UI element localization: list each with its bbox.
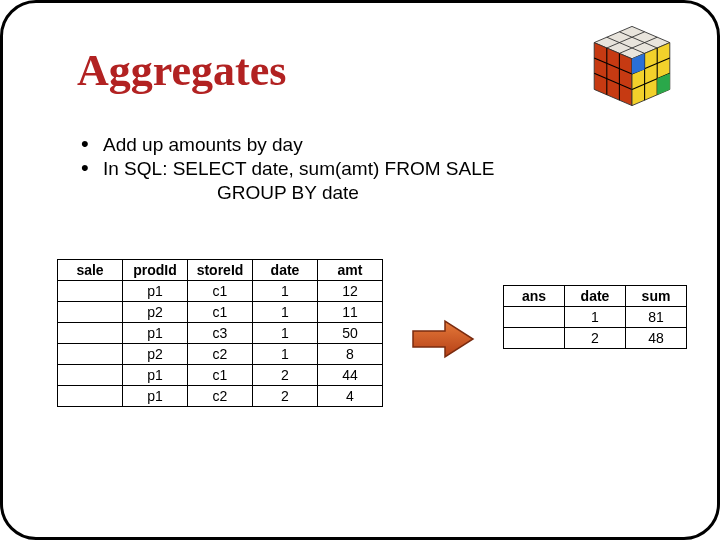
table-header-row: sale prodId storeId date amt: [58, 260, 383, 281]
table-row: p1 c1 1 12: [58, 281, 383, 302]
bullet-1: Add up amounts by day: [103, 133, 303, 157]
col-storeid: storeId: [188, 260, 253, 281]
table-row: 2 48: [504, 328, 687, 349]
bullet-dot-icon: •: [81, 157, 103, 181]
slide-frame: Aggregates • Ad: [0, 0, 720, 540]
table-row: p1 c3 1 50: [58, 323, 383, 344]
ans-table: ans date sum 1 81 2 48: [503, 285, 687, 349]
table-row: p2 c2 1 8: [58, 344, 383, 365]
col-sale: sale: [58, 260, 123, 281]
col-amt: amt: [318, 260, 383, 281]
col-sum: sum: [626, 286, 687, 307]
bullet-list: • Add up amounts by day • In SQL: SELECT…: [81, 133, 494, 204]
col-date: date: [565, 286, 626, 307]
table-row: p2 c1 1 11: [58, 302, 383, 323]
right-arrow-icon: [409, 317, 479, 361]
sale-table: sale prodId storeId date amt p1 c1 1 12: [57, 259, 383, 407]
col-prodid: prodId: [123, 260, 188, 281]
bullet-2: In SQL: SELECT date, sum(amt) FROM SALE: [103, 157, 494, 181]
table-header-row: ans date sum: [504, 286, 687, 307]
svg-marker-17: [413, 321, 473, 357]
table-row: p1 c1 2 44: [58, 365, 383, 386]
table-row: 1 81: [504, 307, 687, 328]
col-ans: ans: [504, 286, 565, 307]
slide-title: Aggregates: [77, 45, 286, 96]
bullet-dot-icon: •: [81, 133, 103, 157]
table-row: p1 c2 2 4: [58, 386, 383, 407]
rubiks-cube-icon: [587, 21, 677, 111]
col-date: date: [253, 260, 318, 281]
bullet-2-cont: GROUP BY date: [103, 181, 359, 205]
